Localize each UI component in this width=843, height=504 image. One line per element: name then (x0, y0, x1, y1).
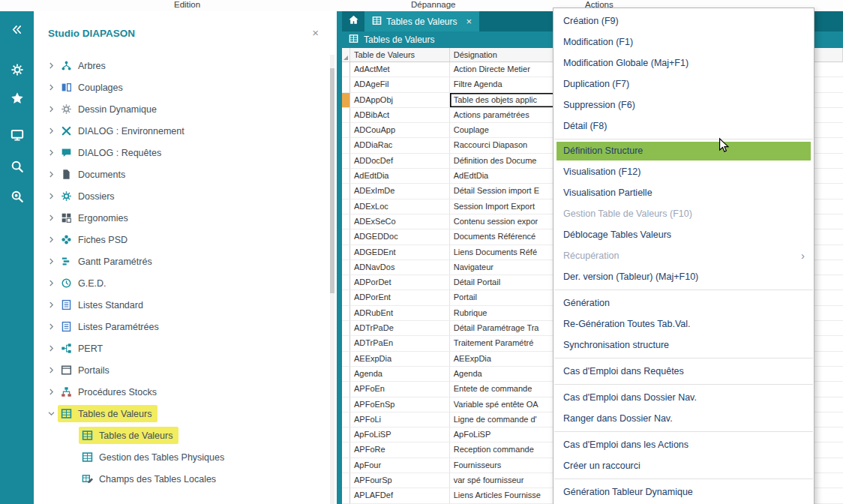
advanced-search-button[interactable] (0, 184, 34, 212)
chevron-right-icon[interactable] (44, 83, 58, 92)
menu-item-g-n-ration[interactable]: Génération (554, 292, 814, 314)
tab-close-icon[interactable]: × (466, 16, 472, 27)
grid-corner-selector[interactable] (342, 48, 350, 62)
chevron-right-icon[interactable] (44, 236, 58, 244)
workstation-button[interactable] (0, 123, 34, 150)
cell-table-name[interactable]: ADNavDos (350, 260, 450, 275)
chevron-right-icon[interactable] (44, 127, 58, 135)
cell-table-name[interactable]: APFoLi (350, 412, 450, 428)
tree-item-g-e-d[interactable]: G.E.D. (34, 272, 328, 294)
row-selector[interactable] (342, 77, 350, 92)
tree-item-proc-dures-stocks[interactable]: Procédures Stocks (34, 381, 328, 403)
row-selector[interactable] (342, 428, 350, 442)
cell-table-name[interactable]: ADTrPaEn (350, 336, 450, 351)
cell-table-name[interactable]: APLAFDef (350, 488, 450, 503)
row-selector[interactable] (342, 230, 350, 244)
explorer-close-icon[interactable]: × (312, 26, 319, 39)
cell-table-name[interactable]: ADPorDet (350, 275, 450, 290)
tree-item-dialog-requ-tes[interactable]: DIALOG : Requêtes (34, 142, 328, 164)
cell-table-name[interactable]: ADBibAct (350, 108, 450, 123)
chevron-right-icon[interactable] (44, 192, 58, 200)
chevron-right-icon[interactable] (44, 148, 58, 157)
cell-table-name[interactable]: ApFoLiSP (350, 428, 450, 442)
tree-item-pert[interactable]: PERT (34, 338, 328, 359)
tree-item-fiches-psd[interactable]: Fiches PSD (34, 229, 328, 250)
explorer-scrollbar[interactable] (330, 55, 334, 504)
column-header-table-de-valeurs[interactable]: Table de Valeurs (350, 48, 450, 62)
tree-item-ergonomies[interactable]: Ergonomies (34, 207, 328, 229)
menubar-item-d-pannage[interactable]: Dépannage (411, 0, 455, 9)
cell-table-name[interactable]: ADExLoc (350, 200, 450, 214)
cell-table-name[interactable]: ADAgeFil (350, 77, 450, 92)
row-selector[interactable] (342, 352, 350, 367)
cell-table-name[interactable]: AEExpDia (350, 352, 450, 367)
row-selector[interactable] (342, 138, 350, 153)
cell-table-name[interactable]: ADRubEnt (350, 306, 450, 321)
cell-table-name[interactable]: ADDiaRac (350, 138, 450, 153)
row-selector[interactable] (342, 336, 350, 351)
chevron-right-icon[interactable] (44, 344, 58, 352)
tree-item-dossiers[interactable]: Dossiers (34, 185, 328, 207)
cell-table-name[interactable]: ADExSeCo (350, 214, 450, 230)
row-selector[interactable] (342, 93, 350, 108)
menu-item-visualisation-f12[interactable]: Visualisation (F12) (554, 161, 814, 182)
tree-item-tables-de-valeurs[interactable]: Tables de Valeurs (34, 403, 328, 424)
cell-table-name[interactable]: AdEdtDia (350, 169, 450, 184)
menu-item-cas-d-emploi-dans-requ-tes[interactable]: Cas d'Emploi dans Requêtes (554, 361, 814, 382)
favorites-button[interactable] (0, 86, 34, 113)
row-selector[interactable] (342, 260, 350, 275)
search-button[interactable] (0, 154, 34, 182)
tab-tables-de-valeurs[interactable]: Tables de Valeurs × (364, 11, 479, 32)
row-selector[interactable] (342, 367, 350, 382)
row-selector[interactable] (342, 290, 350, 305)
cell-table-name[interactable]: ApFour (350, 458, 450, 473)
cell-table-name[interactable]: APFoRe (350, 442, 450, 458)
menu-item-g-n-ration-tableur-dynamique[interactable]: Génération Tableur Dynamique (554, 482, 814, 502)
chevron-right-icon[interactable] (44, 388, 58, 396)
row-selector[interactable] (342, 442, 350, 458)
menu-item-d-finition-structure[interactable]: Définition Structure (556, 142, 811, 160)
chevron-right-icon[interactable] (44, 214, 58, 222)
collapse-sidebar-button[interactable] (0, 17, 34, 44)
settings-button[interactable] (0, 58, 34, 85)
chevron-right-icon[interactable] (44, 301, 58, 309)
cell-table-name[interactable]: ADAppObj (350, 93, 450, 108)
menu-item-d-blocage-tables-valeurs[interactable]: Déblocage Tables Valeurs (554, 224, 814, 245)
menu-item-cas-d-emploi-dans-les-actions[interactable]: Cas d'Emploi dans les Actions (554, 434, 814, 455)
chevron-right-icon[interactable] (44, 366, 58, 374)
row-selector[interactable] (342, 62, 350, 77)
menu-item-synchronisation-structure[interactable]: Synchronisation structure (554, 334, 814, 356)
home-tab[interactable] (342, 11, 364, 32)
menu-item-r-cup-ration[interactable]: Récupération› (554, 245, 814, 266)
cell-table-name[interactable]: ADCouApp (350, 123, 450, 138)
chevron-right-icon[interactable] (44, 257, 58, 266)
panel-splitter[interactable] (337, 11, 342, 504)
row-selector[interactable] (342, 184, 350, 199)
cell-table-name[interactable]: ADExImDe (350, 184, 450, 199)
menu-item-re-g-n-ration-toutes-tab-val[interactable]: Re-Génération Toutes Tab.Val. (554, 314, 814, 334)
row-selector[interactable] (342, 123, 350, 138)
chevron-right-icon[interactable] (44, 279, 58, 287)
chevron-down-icon[interactable] (44, 410, 58, 418)
row-selector[interactable] (342, 275, 350, 290)
menu-item-modification-globale-maj-f1[interactable]: Modification Globale (Maj+F1) (554, 52, 814, 74)
tree-item-dessin-dynamique[interactable]: Dessin Dynamique (34, 98, 328, 120)
tree-item-gestion-des-tables-physiques[interactable]: Gestion des Tables Physiques (34, 446, 328, 468)
tree-item-listes-standard[interactable]: Listes Standard (34, 294, 328, 316)
row-selector[interactable] (342, 200, 350, 214)
tree-item-portails[interactable]: Portails (34, 359, 328, 381)
menu-item-gestion-table-de-valeurs-f10[interactable]: Gestion Table de Valeurs (F10) (554, 203, 814, 224)
chevron-right-icon[interactable] (44, 322, 58, 331)
menu-item-cr-er-un-raccourci[interactable]: Créer un raccourci (554, 455, 814, 476)
row-selector[interactable] (342, 488, 350, 503)
tree-item-couplages[interactable]: Couplages (34, 76, 328, 98)
tree-item-tables-de-valeurs[interactable]: Tables de Valeurs (34, 424, 328, 446)
cell-table-name[interactable]: APFoEn (350, 382, 450, 397)
row-selector[interactable] (342, 321, 350, 336)
menubar-item-edition[interactable]: Edition (174, 0, 200, 9)
cell-table-name[interactable]: ADDocDef (350, 154, 450, 169)
menu-item-suppression-f6[interactable]: Suppression (F6) (554, 94, 814, 116)
chevron-right-icon[interactable] (44, 62, 58, 70)
row-selector[interactable] (342, 473, 350, 488)
cell-table-name[interactable]: ADTrPaDe (350, 321, 450, 336)
